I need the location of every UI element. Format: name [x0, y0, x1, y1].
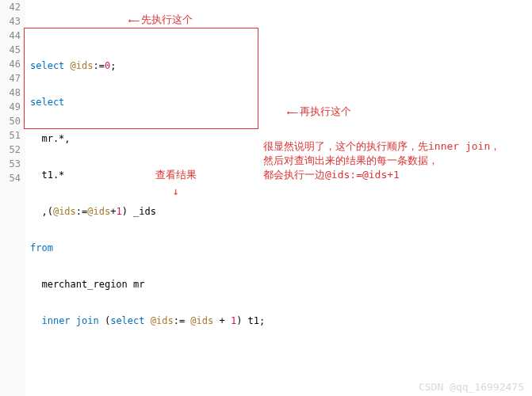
code-editor[interactable]: 424344 454647 484950 515253 54 select @i… [0, 0, 532, 396]
annot-first-exec: 先执行这个 [128, 13, 193, 27]
arrow-left-icon [128, 14, 138, 26]
annot-explain: 很显然说明了，这个的执行顺序，先inner join， 然后对查询出来的结果的每… [263, 139, 500, 182]
watermark: CSDN @qq_16992475 [419, 381, 524, 393]
annot-view-result: 查看结果 ↓ [155, 168, 197, 197]
annot-then-exec: 再执行这个 [287, 105, 351, 119]
arrow-down-icon: ↓ [173, 185, 179, 197]
code-body[interactable]: select @ids:=0; select mr.*, t1.* ,(@ids… [25, 0, 532, 396]
highlight-box [24, 28, 258, 129]
line-gutter: 424344 454647 484950 515253 54 [0, 0, 25, 396]
arrow-left-icon [287, 106, 297, 118]
